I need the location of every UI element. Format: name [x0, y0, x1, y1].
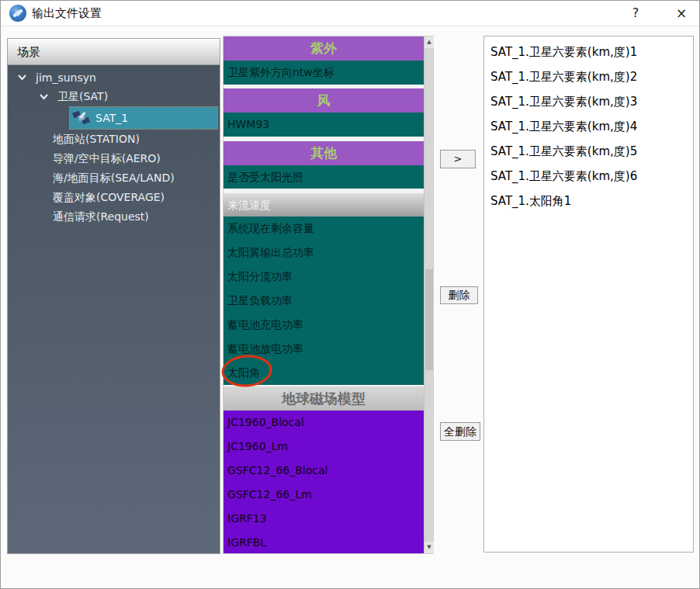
group-header: 紫外	[224, 36, 424, 61]
tree-item-request[interactable]: 通信请求(Request)	[8, 207, 220, 227]
tree-item-satellite-group[interactable]: 卫星(SAT)	[8, 87, 220, 106]
list-item[interactable]: 蓄电池放电功率	[224, 337, 424, 361]
field-group-geomagnetic: 地球磁场模型 JC1960_Blocal JC1960_Lm GSFC12_66…	[224, 386, 424, 553]
app-globe-icon	[9, 5, 26, 22]
scene-tree: jim_sunsyn 卫星(SAT)	[8, 65, 220, 227]
list-item[interactable]: 太阳分流功率	[224, 265, 424, 289]
tree-item-label: 卫星(SAT)	[57, 90, 108, 104]
selected-field-item[interactable]: SAT_1.卫星六要素(km,度)3	[484, 89, 693, 114]
field-group-uv: 紫外 卫星紫外方向ntw坐标	[224, 36, 424, 85]
list-item[interactable]: IGRF13	[224, 507, 424, 531]
field-list: 紫外 卫星紫外方向ntw坐标 风 HWM93 其他 是否受太阳光照 来流速度 系…	[224, 36, 424, 553]
selected-field-item[interactable]: SAT_1.卫星六要素(km,度)1	[484, 40, 693, 64]
list-item[interactable]: GSFC12_66_Blocal	[224, 459, 424, 483]
delete-button[interactable]: 删除	[440, 286, 478, 304]
chevron-down-icon[interactable]	[39, 92, 49, 102]
scene-tree-header: 场景	[8, 39, 220, 65]
chevron-down-icon[interactable]	[17, 72, 27, 82]
list-item[interactable]: GSFC12_66_Lm	[224, 483, 424, 507]
list-item[interactable]: 是否受太阳光照	[224, 165, 424, 189]
tree-item-label: 导弹/空中目标(AERO)	[53, 152, 161, 166]
tree-item-station[interactable]: 地面站(STATION)	[8, 130, 220, 149]
tree-item-label: 通信请求(Request)	[53, 210, 149, 224]
selected-field-item[interactable]: SAT_1.卫星六要素(km,度)5	[484, 139, 693, 164]
list-item[interactable]: HWM93	[224, 113, 424, 137]
list-item[interactable]: JC1960_Lm	[224, 435, 424, 459]
add-field-button[interactable]: >	[440, 150, 476, 168]
group-header-disabled[interactable]: 来流速度	[224, 193, 424, 217]
group-header: 其他	[224, 141, 424, 165]
scroll-down-icon[interactable]: ▼	[425, 542, 434, 553]
tree-item-sat1[interactable]: SAT_1	[8, 106, 220, 130]
footer-bar: ✓ 发送网络 字段数： 7 ✓ 保存回放场景 OK Cancel	[1, 553, 699, 588]
field-group-flow: 来流速度 系统现在剩余容量 太阳翼输出总功率 太阳分流功率 卫星负载功率 蓄电池…	[224, 193, 424, 385]
field-group-other: 其他 是否受太阳光照	[224, 141, 424, 189]
tree-item-label: SAT_1	[95, 112, 128, 124]
list-item[interactable]: JC1960_Blocal	[224, 411, 424, 435]
tree-item-jim-sunsyn[interactable]: jim_sunsyn	[8, 68, 220, 87]
list-item[interactable]: IGRFBL	[224, 531, 424, 553]
selected-field-item[interactable]: SAT_1.卫星六要素(km,度)6	[484, 164, 693, 189]
selected-fields-panel: SAT_1.卫星六要素(km,度)1 SAT_1.卫星六要素(km,度)2 SA…	[483, 36, 694, 553]
help-button[interactable]: ?	[626, 4, 645, 23]
group-header: 地球磁场模型	[224, 386, 424, 411]
list-item[interactable]: 蓄电池充电功率	[224, 313, 424, 337]
tree-item-sea-land[interactable]: 海/地面目标(SEA/LAND)	[8, 168, 220, 188]
scrollbar-thumb[interactable]	[425, 269, 433, 370]
list-item[interactable]: 卫星负载功率	[224, 289, 424, 313]
tree-item-label: 覆盖对象(COVERAGE)	[53, 191, 165, 205]
list-item[interactable]: 太阳翼输出总功率	[224, 241, 424, 265]
scroll-up-icon[interactable]: ▲	[425, 36, 434, 48]
tree-selection-highlight[interactable]: SAT_1	[69, 106, 218, 130]
output-file-settings-dialog: 输出文件设置 ? × 场景 jim_sunsyn 卫星(SAT)	[0, 0, 700, 589]
tree-item-aero[interactable]: 导弹/空中目标(AERO)	[8, 149, 220, 168]
delete-all-button[interactable]: 全删除	[440, 422, 480, 441]
field-group-wind: 风 HWM93	[224, 88, 424, 137]
satellite-icon	[72, 109, 91, 126]
tree-item-label: jim_sunsyn	[36, 71, 96, 84]
selected-field-item[interactable]: SAT_1.卫星六要素(km,度)4	[484, 114, 693, 139]
tree-item-label: 地面站(STATION)	[53, 133, 140, 147]
list-item-sun-angle[interactable]: 太阳角	[224, 361, 424, 385]
title-bar: 输出文件设置 ? ×	[1, 1, 699, 26]
scene-tree-panel: 场景 jim_sunsyn 卫星(SAT)	[7, 38, 220, 554]
scrollbar[interactable]: ▲ ▼	[424, 36, 433, 553]
group-header: 风	[224, 88, 424, 113]
selected-field-item[interactable]: SAT_1.太阳角1	[484, 189, 693, 213]
list-item[interactable]: 卫星紫外方向ntw坐标	[224, 61, 424, 85]
close-icon[interactable]: ×	[670, 4, 693, 23]
list-item[interactable]: 系统现在剩余容量	[224, 217, 424, 241]
tree-item-coverage[interactable]: 覆盖对象(COVERAGE)	[8, 188, 220, 207]
dialog-title: 输出文件设置	[32, 6, 102, 21]
field-list-panel: 紫外 卫星紫外方向ntw坐标 风 HWM93 其他 是否受太阳光照 来流速度 系…	[223, 36, 434, 554]
tree-item-label: 海/地面目标(SEA/LAND)	[53, 172, 175, 185]
selected-field-item[interactable]: SAT_1.卫星六要素(km,度)2	[484, 64, 693, 89]
